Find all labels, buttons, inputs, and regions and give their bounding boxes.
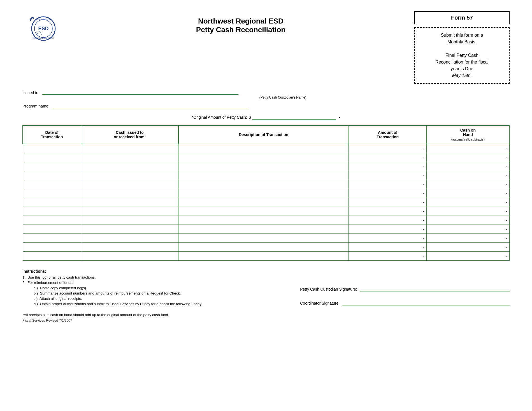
- cell-amount-0[interactable]: -: [349, 144, 427, 153]
- form-number-label: Form 57: [451, 15, 473, 21]
- cell-date-12[interactable]: [23, 251, 81, 260]
- cell-desc-7[interactable]: [178, 207, 349, 216]
- cell-cash-6[interactable]: -: [427, 198, 509, 207]
- cell-desc-10[interactable]: [178, 233, 349, 242]
- coordinator-sig-line: [342, 300, 510, 305]
- cell-desc-1[interactable]: [178, 153, 349, 162]
- cell-desc-0[interactable]: [178, 144, 349, 153]
- th-cash-on-hand: Cash onHand (automatically subtracts): [427, 125, 509, 144]
- cell-desc-6[interactable]: [178, 198, 349, 207]
- cell-cash-0[interactable]: -: [427, 144, 509, 153]
- instruction-2c: c.) Attach all original receipts.: [34, 296, 290, 301]
- cell-date-7[interactable]: [23, 207, 81, 216]
- esd-logo: ESD NORTHWEST REGIONAL EDUCATION SERVICE…: [28, 14, 62, 42]
- table-row: - -: [23, 251, 509, 260]
- footer-revised: Fiscal Services Revised 7/1/2007: [22, 319, 510, 323]
- cell-date-4[interactable]: [23, 180, 81, 189]
- cell-cash-12[interactable]: -: [427, 251, 509, 260]
- cell-amount-2[interactable]: -: [349, 162, 427, 171]
- cell-cash-8[interactable]: -: [427, 216, 509, 225]
- instruction-2: 2. For reimbursement of funds:: [22, 281, 290, 285]
- cell-cash-4[interactable]: -: [427, 180, 509, 189]
- cell-issued-3[interactable]: [81, 171, 178, 180]
- cell-issued-12[interactable]: [81, 251, 178, 260]
- cell-cash-5[interactable]: -: [427, 189, 509, 198]
- table-row: - -: [23, 233, 509, 242]
- cell-issued-11[interactable]: [81, 242, 178, 251]
- cell-date-9[interactable]: [23, 225, 81, 233]
- cell-desc-8[interactable]: [178, 216, 349, 225]
- cell-cash-2[interactable]: -: [427, 162, 509, 171]
- cell-cash-7[interactable]: -: [427, 207, 509, 216]
- cell-issued-9[interactable]: [81, 225, 178, 233]
- cell-amount-8[interactable]: -: [349, 216, 427, 225]
- cell-amount-7[interactable]: -: [349, 207, 427, 216]
- dollar-sign: $: [249, 115, 251, 120]
- cell-date-5[interactable]: [23, 189, 81, 198]
- form-title-area: Northwest Regional ESD Petty Cash Reconc…: [67, 11, 414, 34]
- cell-issued-2[interactable]: [81, 162, 178, 171]
- cell-issued-7[interactable]: [81, 207, 178, 216]
- cell-issued-4[interactable]: [81, 180, 178, 189]
- cell-desc-4[interactable]: [178, 180, 349, 189]
- cell-date-8[interactable]: [23, 216, 81, 225]
- instruction-2b: b.) Summarize account numbers and amount…: [34, 291, 290, 295]
- cell-cash-9[interactable]: -: [427, 225, 509, 233]
- table-row: - -: [23, 207, 509, 216]
- cell-amount-11[interactable]: -: [349, 242, 427, 251]
- instruction-1: 1. Use this log for all petty cash trans…: [22, 275, 290, 279]
- cell-issued-8[interactable]: [81, 216, 178, 225]
- cell-date-6[interactable]: [23, 198, 81, 207]
- cell-issued-0[interactable]: [81, 144, 178, 153]
- cell-amount-9[interactable]: -: [349, 225, 427, 233]
- notice-line4: Reconciliation for the fiscal: [421, 59, 503, 66]
- cell-amount-5[interactable]: -: [349, 189, 427, 198]
- cell-desc-12[interactable]: [178, 251, 349, 260]
- cell-amount-10[interactable]: -: [349, 233, 427, 242]
- cell-amount-12[interactable]: -: [349, 251, 427, 260]
- cell-date-3[interactable]: [23, 171, 81, 180]
- cell-desc-5[interactable]: [178, 189, 349, 198]
- svg-text:ESD: ESD: [38, 26, 48, 31]
- cell-amount-1[interactable]: -: [349, 153, 427, 162]
- notice-line1: Submit this form on a: [421, 32, 503, 39]
- table-row: - -: [23, 144, 509, 153]
- cell-amount-3[interactable]: -: [349, 171, 427, 180]
- logo-area: ESD NORTHWEST REGIONAL EDUCATION SERVICE…: [22, 11, 67, 42]
- cell-date-2[interactable]: [23, 162, 81, 171]
- notice-line2: Monthly Basis.: [421, 39, 503, 45]
- cell-amount-4[interactable]: -: [349, 180, 427, 189]
- cell-cash-3[interactable]: -: [427, 171, 509, 180]
- cell-desc-11[interactable]: [178, 242, 349, 251]
- table-row: - -: [23, 189, 509, 198]
- cell-issued-5[interactable]: [81, 189, 178, 198]
- original-amount-line: [252, 114, 336, 120]
- cell-issued-10[interactable]: [81, 233, 178, 242]
- cell-date-0[interactable]: [23, 144, 81, 153]
- instruction-2a: a.) Photo copy completed log(s).: [34, 286, 290, 290]
- cell-cash-10[interactable]: -: [427, 233, 509, 242]
- notice-box: Submit this form on a Monthly Basis. Fin…: [414, 27, 510, 84]
- custodian-signature-row: Petty Cash Custodian Signature:: [300, 286, 510, 291]
- th-issued: Cash issued toor received from:: [81, 125, 178, 144]
- cell-cash-1[interactable]: -: [427, 153, 509, 162]
- table-row: - -: [23, 225, 509, 233]
- cell-issued-6[interactable]: [81, 198, 178, 207]
- cell-date-11[interactable]: [23, 242, 81, 251]
- cell-date-10[interactable]: [23, 233, 81, 242]
- original-amount-label: *Original Amount of Petty Cash:: [192, 115, 247, 120]
- cell-date-1[interactable]: [23, 153, 81, 162]
- form-title-line1: Northwest Regional ESD: [67, 17, 414, 25]
- cell-desc-2[interactable]: [178, 162, 349, 171]
- cell-desc-9[interactable]: [178, 225, 349, 233]
- cell-issued-1[interactable]: [81, 153, 178, 162]
- cell-amount-6[interactable]: -: [349, 198, 427, 207]
- coordinator-sig-label: Coordinator Signature:: [300, 301, 340, 305]
- cell-cash-11[interactable]: -: [427, 242, 509, 251]
- custodian-sublabel: (Petty Cash Custodian's Name): [56, 95, 510, 99]
- table-row: - -: [23, 216, 509, 225]
- original-amount-section: *Original Amount of Petty Cash: $ -: [22, 114, 510, 120]
- custodian-sig-line: [360, 286, 510, 291]
- coordinator-signature-row: Coordinator Signature:: [300, 300, 510, 305]
- cell-desc-3[interactable]: [178, 171, 349, 180]
